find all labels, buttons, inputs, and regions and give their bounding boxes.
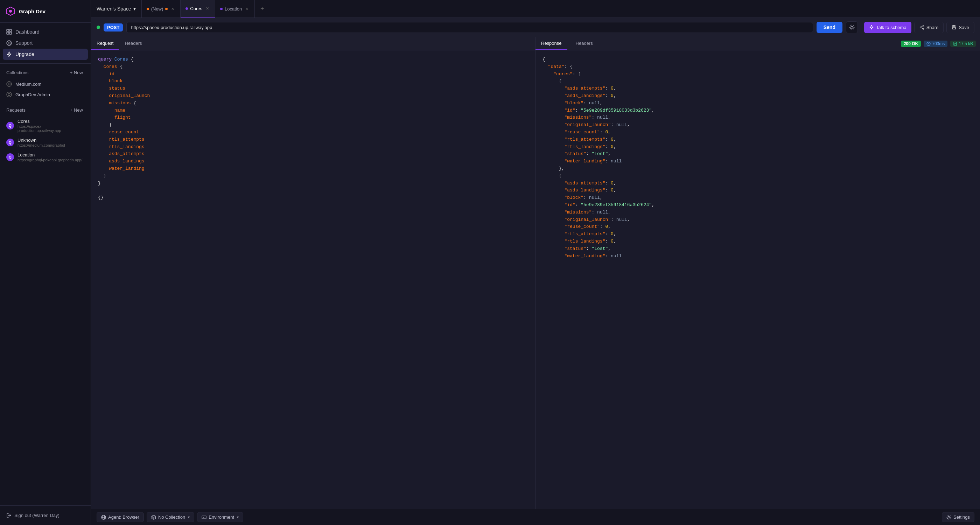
tab-new-close[interactable]: ✕ — [170, 6, 175, 11]
content-area: Request Headers query Cores { cores { id… — [91, 37, 980, 509]
environment-label: Environment — [208, 514, 234, 520]
request-item-unknown[interactable]: Q Unknown https://medium.com/graphql — [3, 135, 88, 150]
talk-to-schema-button[interactable]: Talk to schema — [864, 22, 912, 33]
workspace-name: Warren's Space — [97, 6, 131, 11]
share-button[interactable]: Share — [914, 22, 944, 33]
tab-headers[interactable]: Headers — [119, 37, 147, 50]
request-code-area[interactable]: query Cores { cores { id block status or… — [91, 50, 535, 509]
agent-browser-button[interactable]: Agent: Browser — [97, 512, 144, 522]
sidebar-header: Graph Dev — [0, 0, 91, 23]
nav-item-upgrade[interactable]: Upgrade — [3, 49, 88, 60]
url-input[interactable] — [126, 22, 813, 33]
environment-button[interactable]: Environment ▾ — [197, 512, 243, 522]
svg-point-1 — [9, 10, 12, 13]
request-item-cores[interactable]: Q Cores https://spacex-production.up.rai… — [3, 116, 88, 135]
save-button[interactable]: Save — [947, 22, 974, 33]
tab-location-close[interactable]: ✕ — [244, 6, 250, 11]
svg-point-15 — [8, 94, 10, 95]
code-line: name — [98, 107, 528, 115]
collection-item-graphdev[interactable]: GraphDev Admin — [3, 89, 88, 100]
response-line: "rtls_attempts": 0, — [542, 231, 973, 238]
response-line: "rtls_landings": 0, — [542, 238, 973, 245]
response-line: "rtls_attempts": 0, — [542, 136, 973, 143]
response-line: "original_launch": null, — [542, 121, 973, 129]
requests-title: Requests — [6, 107, 25, 113]
response-line: "water_landing": null — [542, 158, 973, 165]
sign-out-button[interactable]: Sign out (Warren Day) — [3, 510, 88, 521]
bottom-bar: Agent: Browser No Collection ▾ Environme… — [91, 509, 980, 525]
response-panel: Response Headers 200 OK 703ms — [536, 37, 980, 509]
unknown-request-info: Unknown https://medium.com/graphql — [18, 138, 65, 147]
tab-location-dot — [220, 8, 223, 10]
nav-upgrade-label: Upgrade — [15, 51, 34, 57]
location-request-info: Location https://graphql-pokeapi.graphcd… — [18, 152, 82, 162]
save-icon — [951, 25, 956, 30]
grid-icon — [6, 29, 12, 35]
file-icon — [953, 41, 957, 46]
svg-rect-3 — [10, 29, 11, 32]
request-settings-button[interactable] — [846, 21, 858, 33]
action-buttons: Talk to schema Share Save — [864, 22, 974, 33]
svg-line-21 — [921, 28, 923, 29]
tab-cores-close[interactable]: ✕ — [204, 6, 210, 11]
response-status-badge: 200 OK — [901, 41, 921, 47]
nav-item-dashboard[interactable]: Dashboard — [3, 26, 88, 37]
add-tab-button[interactable]: + — [256, 3, 268, 15]
clock-icon — [926, 41, 931, 46]
code-line: missions { — [98, 100, 528, 107]
collection-selector-button[interactable]: No Collection ▾ — [146, 512, 194, 522]
svg-rect-4 — [6, 32, 9, 34]
code-line: cores { — [98, 64, 528, 71]
tab-new[interactable]: (New) ✕ — [142, 0, 181, 18]
tab-response-headers[interactable]: Headers — [570, 37, 598, 50]
response-line: "asds_attempts": 0, — [542, 85, 973, 92]
response-line: "original_launch": null, — [542, 216, 973, 224]
response-line: "status": "lost", — [542, 245, 973, 253]
unknown-request-name: Unknown — [18, 138, 65, 143]
collection-chevron-icon: ▾ — [188, 515, 190, 519]
tab-cores[interactable]: Cores ✕ — [181, 0, 215, 18]
svg-point-17 — [923, 25, 924, 26]
tab-request[interactable]: Request — [91, 37, 119, 50]
tab-new-dot — [146, 8, 149, 10]
svg-rect-2 — [6, 29, 9, 32]
tab-response[interactable]: Response — [536, 37, 567, 50]
tab-location[interactable]: Location ✕ — [215, 0, 255, 18]
response-body[interactable]: { "data": { "cores": [ { "asds_attempts"… — [536, 50, 980, 509]
requests-section: Requests + New Q Cores https://spacex-pr… — [0, 101, 91, 166]
request-panel-tabs: Request Headers — [91, 37, 535, 50]
support-icon — [6, 40, 12, 46]
response-line: "block": null, — [542, 100, 973, 107]
code-line: original_launch — [98, 92, 528, 100]
topbar: Warren's Space ▾ (New) ✕ Cores ✕ Locatio… — [91, 0, 980, 18]
send-button[interactable]: Send — [816, 22, 842, 33]
response-size-badge: 17.5 kB — [950, 41, 976, 47]
tab-new-label: (New) — [151, 6, 164, 11]
settings-gear-icon — [947, 515, 951, 520]
collection-item-medium[interactable]: Medium.com — [3, 79, 88, 89]
response-line: "id": "5e9e289ef35918416a3b2624", — [542, 202, 973, 209]
settings-button[interactable]: Settings — [942, 512, 974, 522]
request-item-location[interactable]: Q Location https://graphql-pokeapi.graph… — [3, 150, 88, 164]
nav-item-support[interactable]: Support — [3, 37, 88, 49]
response-line: "asds_attempts": 0, — [542, 180, 973, 187]
app-title: Graph Dev — [19, 8, 46, 14]
app-logo-icon — [6, 6, 15, 16]
response-line: "data": { — [542, 64, 973, 71]
new-request-button[interactable]: + New — [68, 107, 84, 113]
code-line: flight — [98, 114, 528, 121]
cores-request-info: Cores https://spacex-production.up.railw… — [18, 119, 84, 133]
new-collection-button[interactable]: + New — [68, 69, 84, 76]
response-line: "status": "lost", — [542, 151, 973, 158]
unknown-request-url: https://medium.com/graphql — [18, 143, 65, 147]
response-timing-badge: 703ms — [924, 41, 947, 47]
response-line: "reuse_count": 0, — [542, 223, 973, 231]
cores-request-url: https://spacex-production.up.railway.app — [18, 124, 84, 133]
timing-value: 703ms — [932, 41, 945, 46]
response-line: "cores": [ — [542, 71, 973, 78]
response-line: "id": "5e9e289df35918033d3b2623", — [542, 107, 973, 115]
size-value: 17.5 kB — [959, 41, 973, 46]
collection-medium-label: Medium.com — [15, 81, 41, 87]
nav-support-label: Support — [15, 40, 33, 46]
workspace-selector[interactable]: Warren's Space ▾ — [91, 0, 142, 18]
